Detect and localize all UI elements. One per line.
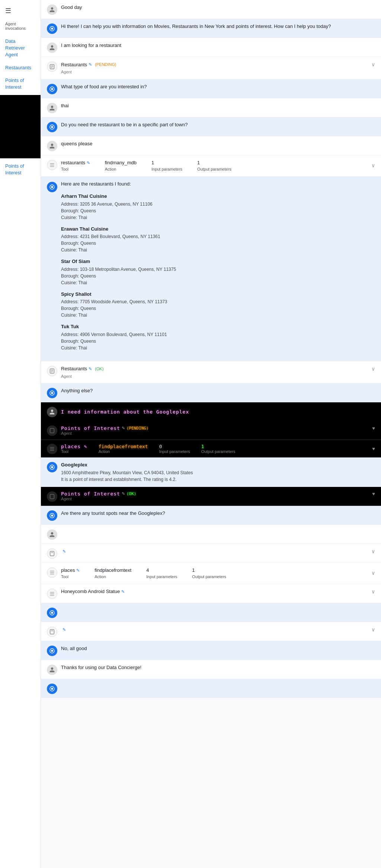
tool-glitch-input-group: 0 Input parameters [159, 444, 190, 454]
restaurant-addr-2: Address: 4231 Bell Boulevard, Queens, NY… [61, 233, 375, 240]
poi-ok-link-icon[interactable]: ✎ [63, 627, 66, 633]
restaurant-addr-3: Address: 103-18 Metropolitan Avenue, Que… [61, 266, 375, 273]
poi-pending-glitch-sub: Agent [61, 431, 375, 435]
restaurant-name-2: Erawan Thai Cuisine [61, 225, 375, 233]
agent-avatar-list [47, 182, 57, 192]
poi-pending-glitch-avatar [47, 425, 57, 436]
user-avatar-tourist [47, 529, 57, 540]
svg-point-33 [51, 688, 53, 690]
poi-pending-title: ✎ [61, 548, 69, 555]
restaurants-pending-badge: (PENDING) [95, 61, 116, 68]
restaurant-borough-5: Borough: Queens [61, 338, 375, 345]
poi-pending-glitch-chevron[interactable]: ♥ [372, 425, 375, 431]
tool-name-value-p2: Honeycomb Android Statue ✎ [61, 588, 125, 595]
restaurants-ok-chevron[interactable]: ∨ [371, 365, 375, 373]
tool-chevron-p2[interactable]: ∨ [371, 588, 375, 596]
sidebar-item-restaurants[interactable]: Restaurants [0, 61, 41, 74]
message-content-no-all-good: Thanks for using our Data Concierge! [61, 664, 375, 671]
restaurant-borough-3: Borough: Queens [61, 273, 375, 279]
restaurant-borough-1: Borough: Queens [61, 208, 375, 214]
message-text-agent-1: Hi there! I can help you with informatio… [61, 23, 331, 29]
message-row-agent-list: Here are the restaurants I found: Arharn… [41, 177, 381, 361]
tool-name-group: restaurants ✎ Tool [61, 159, 90, 172]
tool-avatar-places-2 [47, 589, 57, 599]
tool-output-value: 1 [197, 159, 231, 167]
tool-content-places-2: Honeycomb Android Statue ✎ [61, 588, 375, 596]
tool-chevron[interactable]: ∨ [371, 162, 375, 170]
message-text-queens: queens please [61, 141, 93, 146]
message-row-no-all-good: Thanks for using our Data Concierge! [41, 660, 381, 679]
sidebar-agent-invocations-label: Agent invocations [0, 20, 41, 35]
menu-icon[interactable]: ☰ [0, 4, 41, 20]
poi-ok-glitch-icon: ✎ [122, 491, 125, 496]
poi-pending-link-icon[interactable]: ✎ [63, 548, 66, 555]
poi-pending-avatar [47, 548, 57, 559]
svg-point-11 [51, 186, 53, 188]
restaurants-ok-sub: Agent [61, 373, 375, 380]
message-row-agent-food: What type of food are you interested in? [41, 79, 381, 98]
poi-ok-glitch-content: Points of Interest ✎ (OK) ♥ Agent [61, 491, 375, 501]
tool-glitch-chevron[interactable]: ♥ [372, 446, 375, 452]
sidebar-item-points1[interactable]: Points of Interest [0, 74, 41, 94]
poi-ok-chevron[interactable]: ∨ [371, 626, 375, 634]
restaurants-pending-header: Restaurants ✎ (PENDING) ∨ Agent [41, 57, 381, 79]
tool-glitch-label: Tool [61, 449, 87, 454]
sidebar-black-block-1 [0, 95, 41, 158]
user-avatar-glitch [47, 407, 57, 417]
message-content-list: Here are the restaurants I found: Arharn… [61, 180, 375, 357]
message-content-1: Good day [61, 4, 375, 11]
message-content-anything-2: Are there any tourist spots near the Goo… [61, 510, 375, 517]
sidebar-item-points2[interactable]: Points of Interest [0, 160, 41, 179]
tool-action-group: findmany_mdb Action [105, 159, 137, 172]
message-row-anything-1: Anything else? [41, 383, 381, 402]
tool-content-restaurants: restaurants ✎ Tool findmany_mdb Action 1… [61, 159, 375, 172]
restaurant-borough-4: Borough: Queens [61, 305, 375, 312]
message-content-queens: queens please [61, 140, 375, 148]
restaurant-item-2: Erawan Thai Cuisine Address: 4231 Bell B… [61, 225, 375, 254]
tool-details-places-2: Honeycomb Android Statue ✎ [61, 588, 169, 595]
restaurants-ok-link-icon[interactable]: ✎ [89, 366, 92, 372]
message-content-googleplex: Googleplex 1600 Amphitheatre Pkwy, Mount… [61, 461, 375, 483]
tool-glitch-input: 0 [159, 444, 190, 449]
agent-tool-avatar-1 [47, 61, 57, 72]
tool-chevron-p1[interactable]: ∨ [371, 569, 375, 577]
user-avatar-1 [47, 4, 57, 15]
poi-ok-glitch-chevron[interactable]: ♥ [372, 491, 375, 497]
tool-name-group-p2: Honeycomb Android Statue ✎ [61, 588, 125, 595]
poi-pending-chevron[interactable]: ∨ [371, 548, 375, 555]
user-glitch-text: I need information about the Googleplex [61, 409, 189, 415]
sidebar-item-data-retriever[interactable]: Data Retriever Agent [0, 35, 41, 61]
message-row-anything-2: Are there any tourist spots near the Goo… [41, 506, 381, 525]
restaurants-pending-chevron[interactable]: ∨ [371, 61, 375, 69]
restaurant-addr-5: Address: 4906 Vernon Boulevard, Queens, … [61, 331, 375, 338]
tool-avatar-places-1 [47, 567, 57, 578]
tool-action-value: findmany_mdb [105, 159, 137, 167]
tool-glitch-input-label: Input parameters [159, 449, 190, 454]
poi-ok-glitch-avatar [47, 491, 57, 502]
message-row-user-thai: thai [41, 98, 381, 117]
user-avatar-queens [47, 141, 57, 151]
message-text-user-2: I am looking for a restaurant [61, 42, 121, 48]
restaurant-name-1: Arharn Thai Cuisine [61, 193, 375, 200]
tool-link-icon-p2[interactable]: ✎ [121, 589, 125, 594]
restaurants-pending-content: Restaurants ✎ (PENDING) ∨ Agent [61, 61, 375, 75]
message-text-thai: thai [61, 103, 69, 108]
poi-ok-glitch-sub: Agent [61, 497, 375, 501]
agent-avatar-anything-2 [47, 510, 57, 521]
message-content-anything-1: Anything else? [61, 387, 375, 395]
poi-ok-glitch-badge: (OK) [127, 491, 137, 496]
agent-avatar-anything-3 [47, 646, 57, 656]
svg-rect-21 [50, 494, 54, 499]
tool-link-icon[interactable]: ✎ [87, 161, 90, 165]
restaurants-link-icon[interactable]: ✎ [89, 61, 92, 68]
agent-avatar-1 [47, 23, 57, 34]
tool-details-places-1: places ✎ Tool findplacefromtext Action 4… [61, 567, 226, 580]
tool-action-value-p1: findplacefromtext [95, 567, 131, 574]
tool-link-icon-p1[interactable]: ✎ [76, 568, 80, 573]
sidebar: ☰ Agent invocations Data Retriever Agent… [0, 0, 41, 868]
agent-avatar-honeycomb [47, 608, 57, 618]
restaurant-cuisine-3: Cuisine: Thai [61, 279, 375, 286]
tool-input-label: Input parameters [151, 166, 182, 172]
restaurant-cuisine-2: Cuisine: Thai [61, 247, 375, 253]
tool-avatar-restaurants [47, 160, 57, 170]
